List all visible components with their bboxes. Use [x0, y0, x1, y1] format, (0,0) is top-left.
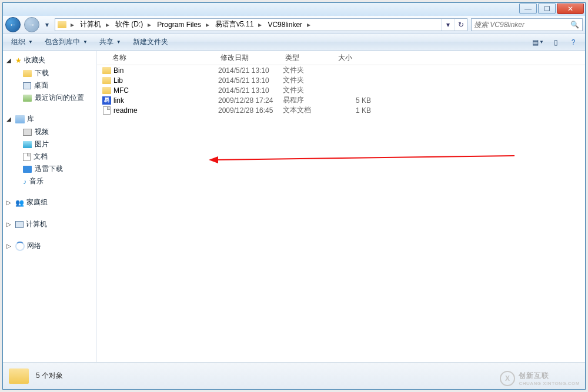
expand-icon: ◢ — [6, 116, 13, 122]
computer-group[interactable]: ▷计算机 — [3, 217, 96, 231]
libraries-label: 库 — [27, 114, 34, 124]
back-button[interactable]: ← — [5, 17, 21, 32]
homegroup-icon: 👥 — [15, 199, 24, 207]
close-button[interactable]: ✕ — [557, 4, 584, 14]
sidebar-item-music[interactable]: ♪音乐 — [3, 175, 96, 187]
folder-icon — [101, 67, 112, 74]
folder-icon — [23, 70, 32, 77]
view-options-button[interactable]: ▤▼ — [530, 36, 546, 49]
sidebar-item-label: 桌面 — [34, 81, 48, 91]
chevron-down-icon: ▼ — [116, 39, 121, 45]
file-type: 文件夹 — [283, 85, 336, 95]
file-name: readme — [112, 106, 218, 115]
breadcrumb[interactable]: 软件 (D:) — [112, 19, 145, 31]
sidebar-item-label: 文档 — [34, 152, 48, 162]
file-row[interactable]: Lib2014/5/21 13:10文件夹 — [97, 75, 585, 85]
file-name: Bin — [112, 66, 218, 75]
share-label: 共享 — [99, 37, 113, 47]
refresh-button[interactable]: ↻ — [454, 19, 467, 31]
organize-menu[interactable]: 组织▼ — [6, 36, 38, 49]
file-icon — [101, 106, 112, 115]
sidebar-item-downloads[interactable]: 下载 — [3, 67, 96, 79]
network-label: 网络 — [27, 241, 41, 251]
expand-icon: ◢ — [6, 57, 13, 63]
address-bar[interactable]: ▸ 计算机 ▸ 软件 (D:) ▸ Program Files ▸ 易语言v5.… — [55, 18, 467, 31]
sidebar-item-label: 最近访问的位置 — [35, 93, 84, 103]
sidebar-item-pictures[interactable]: 图片 — [3, 138, 96, 150]
breadcrumb[interactable]: VC98linker — [264, 19, 305, 31]
video-icon — [23, 129, 32, 136]
svg-line-0 — [216, 156, 514, 160]
network-group[interactable]: ▷网络 — [3, 239, 96, 253]
libraries-icon — [15, 115, 25, 123]
file-type: 文件夹 — [283, 65, 336, 75]
folder-icon — [101, 77, 112, 84]
expand-icon: ▷ — [6, 221, 13, 227]
sidebar-item-documents[interactable]: 文档 — [3, 150, 96, 163]
preview-pane-button[interactable]: ▯ — [547, 36, 564, 49]
file-type: 易程序 — [283, 95, 336, 105]
file-size: 5 KB — [336, 96, 383, 105]
chevron-right-icon[interactable]: ▸ — [256, 21, 264, 29]
sidebar-item-xunlei[interactable]: 迅雷下载 — [3, 163, 96, 175]
organize-label: 组织 — [11, 37, 25, 47]
forward-button[interactable]: → — [24, 17, 39, 32]
download-icon — [23, 166, 32, 173]
sidebar-item-desktop[interactable]: 桌面 — [3, 79, 96, 92]
nav-history-dropdown[interactable]: ▾ — [43, 18, 51, 32]
include-in-library-menu[interactable]: 包含到库中▼ — [40, 36, 92, 49]
file-name: MFC — [112, 86, 218, 95]
navigation-pane[interactable]: ◢★收藏夹 下载 桌面 最近访问的位置 ◢库 视频 图片 文档 迅雷下载 ♪音乐… — [3, 51, 97, 362]
search-box[interactable]: 🔍 — [471, 18, 583, 31]
chevron-right-icon[interactable]: ▸ — [145, 21, 153, 29]
file-row[interactable]: MFC2014/5/21 13:10文件夹 — [97, 85, 585, 95]
breadcrumb[interactable]: 易语言v5.11 — [212, 19, 256, 31]
star-icon: ★ — [15, 56, 22, 65]
breadcrumb[interactable]: Program Files — [153, 19, 203, 31]
annotation-arrow — [209, 155, 514, 165]
libraries-group[interactable]: ◢库 — [3, 112, 96, 126]
search-input[interactable] — [474, 21, 569, 29]
chevron-right-icon[interactable]: ▸ — [305, 21, 313, 29]
address-dropdown[interactable]: ▾ — [441, 19, 454, 31]
file-date: 2014/5/21 13:10 — [218, 86, 283, 95]
share-menu[interactable]: 共享▼ — [95, 36, 126, 49]
svg-marker-1 — [209, 156, 218, 163]
sidebar-item-videos[interactable]: 视频 — [3, 126, 96, 138]
column-date[interactable]: 修改日期 — [215, 53, 279, 63]
expand-icon: ▷ — [6, 243, 13, 249]
computer-icon — [15, 221, 24, 228]
homegroup-group[interactable]: ▷👥家庭组 — [3, 196, 96, 209]
maximize-button[interactable]: ☐ — [538, 4, 556, 14]
help-button[interactable]: ? — [565, 36, 582, 49]
link-icon — [101, 96, 112, 105]
favorites-group[interactable]: ◢★收藏夹 — [3, 53, 96, 67]
file-date: 2009/12/28 16:45 — [218, 106, 283, 115]
chevron-right-icon[interactable]: ▸ — [203, 21, 212, 29]
sidebar-item-recent[interactable]: 最近访问的位置 — [3, 92, 96, 104]
file-row[interactable]: Bin2014/5/21 13:10文件夹 — [97, 65, 585, 75]
column-type[interactable]: 类型 — [279, 53, 332, 63]
chevron-right-icon[interactable]: ▸ — [103, 21, 112, 29]
chevron-right-icon[interactable]: ▸ — [68, 21, 76, 29]
favorites-label: 收藏夹 — [24, 55, 45, 65]
column-size[interactable]: 大小 — [332, 53, 379, 63]
folder-icon — [55, 19, 68, 31]
file-row[interactable]: link2009/12/28 17:24易程序5 KB — [97, 95, 585, 105]
file-type: 文件夹 — [283, 75, 336, 85]
file-rows[interactable]: Bin2014/5/21 13:10文件夹Lib2014/5/21 13:10文… — [97, 65, 585, 362]
minimize-button[interactable]: — — [519, 4, 537, 14]
pictures-icon — [23, 141, 32, 148]
desktop-icon — [23, 82, 31, 89]
file-row[interactable]: readme2009/12/28 16:45文本文档1 KB — [97, 105, 585, 115]
search-icon[interactable]: 🔍 — [569, 21, 580, 29]
homegroup-label: 家庭组 — [26, 197, 48, 207]
column-name[interactable]: 名称 — [97, 53, 215, 63]
expand-icon: ▷ — [6, 199, 13, 206]
breadcrumb[interactable]: 计算机 — [76, 19, 103, 31]
new-folder-button[interactable]: 新建文件夹 — [128, 36, 173, 49]
sidebar-item-label: 音乐 — [29, 176, 44, 186]
file-size: 1 KB — [336, 106, 383, 115]
music-icon: ♪ — [23, 177, 26, 186]
file-name: link — [112, 96, 218, 105]
